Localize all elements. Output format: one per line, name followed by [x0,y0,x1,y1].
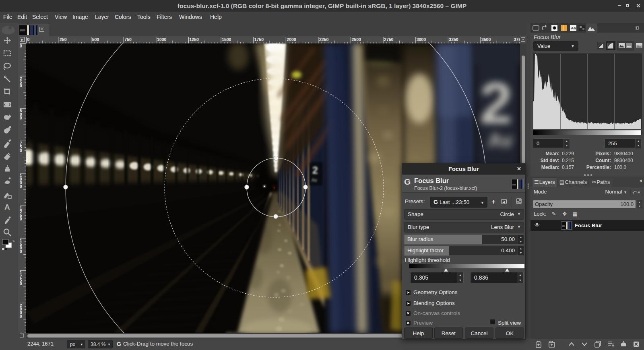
svg-text:0: 0 [20,314,22,319]
svg-text:0: 0 [20,44,22,48]
svg-text:250: 250 [60,37,67,42]
svg-text:Aa: Aa [571,26,576,30]
svg-text:750: 750 [124,37,132,42]
svg-text:0: 0 [20,217,22,221]
svg-text:A: A [4,203,10,211]
svg-text:Av: Av [312,177,317,183]
svg-text:0: 0 [20,249,22,254]
svg-text:0: 0 [20,116,22,120]
svg-text:0: 0 [20,282,22,286]
svg-text:2250: 2250 [319,37,329,42]
svg-text:2: 2 [312,165,318,176]
svg-text:3500: 3500 [481,37,491,42]
svg-text:0: 0 [20,184,22,189]
svg-text:2000: 2000 [287,37,296,42]
svg-text:2: 2 [480,70,512,136]
svg-text:3750: 3750 [514,37,520,42]
svg-text:1500: 1500 [222,37,231,42]
svg-text:2750: 2750 [384,37,394,42]
svg-text:0: 0 [20,148,22,153]
svg-text:1750: 1750 [254,37,264,42]
svg-text:0: 0 [20,84,22,88]
svg-text:3250: 3250 [449,37,458,42]
svg-text:1000: 1000 [157,37,167,42]
svg-text:Av: Av [488,129,513,152]
svg-text:1250: 1250 [190,37,199,42]
svg-text:2500: 2500 [352,37,361,42]
svg-text:500: 500 [92,37,99,42]
svg-text:0: 0 [27,37,30,42]
svg-text:3000: 3000 [417,37,426,42]
